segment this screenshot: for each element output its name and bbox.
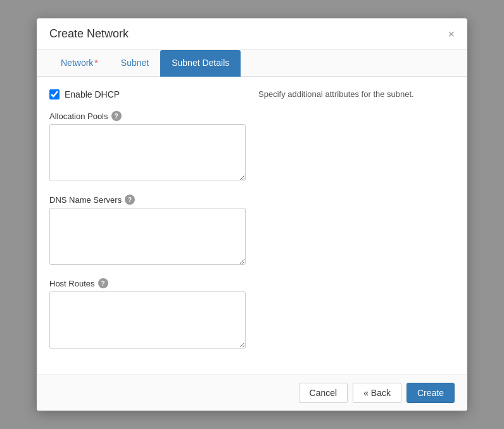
required-star: *: [94, 58, 98, 68]
host-routes-help-icon[interactable]: ?: [98, 278, 108, 288]
allocation-pools-label-row: Allocation Pools ?: [49, 111, 246, 121]
host-routes-textarea[interactable]: [49, 291, 246, 349]
allocation-pools-group: Allocation Pools ?: [49, 111, 246, 183]
host-routes-label-row: Host Routes ?: [49, 278, 246, 288]
right-panel-description: Specify additional attributes for the su…: [258, 89, 455, 99]
left-panel: Enable DHCP Allocation Pools ? DNS Name …: [49, 89, 246, 362]
dns-name-servers-group: DNS Name Servers ?: [49, 195, 246, 267]
back-button[interactable]: « Back: [353, 383, 401, 403]
modal-body: Enable DHCP Allocation Pools ? DNS Name …: [37, 77, 467, 375]
host-routes-label: Host Routes: [49, 279, 95, 288]
tab-network[interactable]: Network*: [49, 50, 110, 77]
dns-name-servers-help-icon[interactable]: ?: [125, 195, 135, 205]
allocation-pools-label: Allocation Pools: [49, 112, 108, 121]
create-button[interactable]: Create: [406, 383, 455, 403]
dns-name-servers-label: DNS Name Servers: [49, 195, 122, 205]
allocation-pools-textarea[interactable]: [49, 124, 246, 181]
host-routes-group: Host Routes ?: [49, 278, 246, 350]
tabs-bar: Network* Subnet Subnet Details: [37, 50, 467, 77]
enable-dhcp-row: Enable DHCP: [49, 89, 246, 99]
right-panel: Specify additional attributes for the su…: [258, 89, 455, 362]
cancel-button[interactable]: Cancel: [299, 383, 348, 403]
create-network-dialog: Create Network × Network* Subnet Subnet …: [37, 18, 467, 411]
dns-name-servers-label-row: DNS Name Servers ?: [49, 195, 246, 205]
modal-header: Create Network ×: [37, 18, 467, 50]
close-button[interactable]: ×: [448, 29, 455, 40]
enable-dhcp-checkbox[interactable]: [49, 89, 60, 99]
modal-title: Create Network: [49, 27, 129, 41]
tab-subnet[interactable]: Subnet: [110, 50, 160, 77]
allocation-pools-help-icon[interactable]: ?: [111, 111, 122, 121]
dns-name-servers-textarea[interactable]: [49, 208, 246, 265]
tab-subnet-details[interactable]: Subnet Details: [160, 50, 241, 77]
enable-dhcp-label: Enable DHCP: [65, 89, 120, 99]
modal-footer: Cancel « Back Create: [37, 375, 467, 411]
